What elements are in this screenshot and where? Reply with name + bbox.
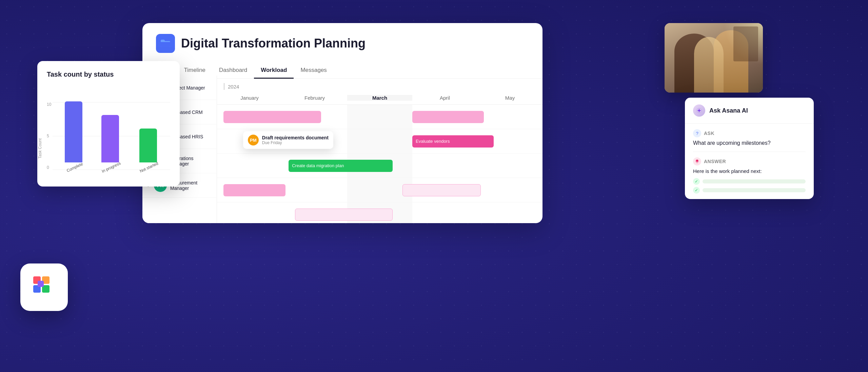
asana-logo-card — [20, 263, 68, 311]
check-icon-1: ✓ — [693, 178, 700, 185]
folder-svg — [160, 39, 171, 48]
folder-icon — [156, 34, 175, 53]
ai-answer-section: Answer Here is the work planned next: ✓ … — [685, 152, 814, 199]
ai-ask-label: Ask — [704, 131, 714, 136]
project-title: Digital Transformation Planning — [181, 36, 366, 51]
ai-answer-icon — [693, 157, 701, 165]
bar-notstarted: Not started — [138, 129, 158, 170]
asana-logo-icon — [31, 274, 58, 301]
ai-ask-section: ? Ask What are upcoming milestones? — [685, 124, 814, 152]
check-icon-2: ✓ — [693, 187, 700, 194]
gantt-bar-ops-1 — [223, 184, 285, 196]
gantt-bar-evaluate-vendors: Evaluate vendors — [412, 135, 494, 148]
gantt-bar-label-evaluate: Evaluate vendors — [416, 139, 450, 144]
y-label-10: 10 — [47, 102, 51, 107]
task-popup-name: Draft requirements document — [262, 135, 329, 140]
ai-answer-item-1-bar — [703, 179, 806, 183]
gantt-bar-data-migration: Create data migration plan — [289, 160, 393, 172]
photo-people — [665, 23, 763, 93]
timeline-header: 2024 January February March April May — [217, 79, 542, 105]
bar-label-notstarted: Not started — [139, 161, 159, 174]
ai-answer-header: Answer — [693, 157, 806, 165]
ai-question: What are upcoming milestones? — [693, 140, 806, 146]
photo-card — [665, 23, 763, 93]
workload-row-procurement — [217, 202, 542, 223]
ai-answer-item-1: ✓ — [693, 178, 806, 185]
chart-area: Task Count 10 5 0 Complete In progress — [47, 85, 170, 170]
gantt-bar-pm-1 — [223, 111, 321, 123]
task-popup-crm: PM Draft requirements document Due Frida… — [243, 131, 333, 149]
ai-title: Ask Asana AI — [709, 107, 748, 114]
project-title-row: Digital Transformation Planning — [156, 34, 529, 53]
month-january: January — [217, 95, 282, 101]
tab-workload[interactable]: Workload — [254, 63, 294, 79]
ai-answer-text: Here is the work planned next: — [693, 168, 806, 174]
task-popup-info: Draft requirements document Due Friday — [262, 135, 329, 145]
ai-answer-label: Answer — [704, 159, 726, 164]
month-april: April — [412, 95, 477, 101]
main-workload-card: Digital Transformation Planning List Tim… — [142, 23, 542, 223]
ai-answer-items: ✓ ✓ — [693, 178, 806, 194]
ai-ask-header: ? Ask — [693, 129, 806, 137]
ai-answer-item-2-bar — [703, 188, 806, 192]
task-popup-avatar: PM — [248, 135, 259, 145]
ai-sparkle-icon — [696, 107, 703, 114]
y-axis-title: Task Count — [38, 138, 42, 159]
location-icon — [695, 159, 699, 164]
bar-complete: Complete — [65, 101, 82, 170]
year-label: 2024 — [228, 84, 239, 90]
ai-icon — [693, 104, 705, 117]
chart-title: Task count by status — [47, 71, 170, 78]
workload-timeline: 2024 January February March April May — [217, 79, 542, 223]
tab-dashboard[interactable]: Dashboard — [212, 63, 254, 79]
workload-row-crm: PM Draft requirements document Due Frida… — [217, 129, 542, 154]
tab-messages[interactable]: Messages — [294, 63, 333, 79]
ai-card: Ask Asana AI ? Ask What are upcoming mil… — [685, 98, 814, 199]
task-popup-due: Due Friday — [262, 140, 329, 145]
workload-row-hris: Create data migration plan — [217, 154, 542, 178]
year-divider — [224, 83, 224, 90]
workload-row-operations — [217, 178, 542, 202]
year-row: 2024 — [217, 79, 542, 91]
gantt-bar-label-migration: Create data migration plan — [292, 163, 344, 168]
month-february: February — [282, 95, 347, 101]
month-march: March — [347, 95, 412, 101]
svg-rect-6 — [38, 281, 44, 287]
y-label-5: 5 — [47, 134, 51, 138]
ai-ask-icon: ? — [693, 129, 701, 137]
y-label-0: 0 — [47, 165, 51, 170]
chart-card: Task count by status Task Count 10 5 0 C… — [37, 61, 180, 187]
ai-answer-item-2: ✓ — [693, 187, 806, 194]
month-may: May — [477, 95, 542, 101]
months-row: January February March April May — [217, 91, 542, 104]
bar-label-complete: Complete — [66, 161, 83, 173]
bar-inprogress: In progress — [100, 115, 120, 170]
gantt-bar-procurement — [295, 209, 393, 221]
bar-label-inprogress: In progress — [101, 161, 121, 174]
gantt-bar-pm-2 — [412, 111, 484, 123]
workload-row-projectmanager — [217, 105, 542, 129]
gantt-bar-ops-2 — [402, 184, 480, 196]
ai-card-header: Ask Asana AI — [685, 98, 814, 124]
main-card-header: Digital Transformation Planning List Tim… — [142, 23, 542, 79]
